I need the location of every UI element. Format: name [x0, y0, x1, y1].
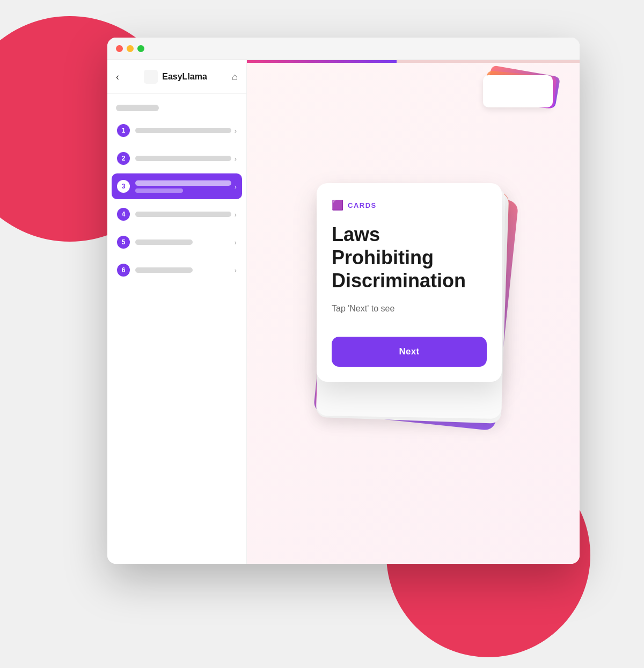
card-title-line3: Discrimination [332, 270, 466, 292]
cards-label: 🟪 CARDS [332, 199, 487, 211]
next-button[interactable]: Next [332, 337, 487, 367]
cards-label-text: CARDS [348, 201, 377, 209]
item-content-3 [135, 180, 231, 193]
back-button[interactable]: ‹ [116, 71, 119, 83]
chevron-2: › [235, 155, 237, 163]
sidebar-item-5[interactable]: 5 › [112, 229, 242, 255]
cards-stack: 🟪 CARDS Laws Prohibiting Discrimination … [317, 183, 510, 441]
sidebar-header: ‹ 🦙 EasyLlama ⌂ [107, 60, 246, 94]
browser-titlebar [107, 38, 580, 60]
logo-area: 🦙 EasyLlama [144, 70, 207, 84]
item-line-5a [135, 239, 193, 245]
item-line-3a [135, 180, 231, 186]
home-icon[interactable]: ⌂ [232, 71, 238, 83]
chevron-5: › [235, 238, 237, 246]
main-content: 🟪 CARDS Laws Prohibiting Discrimination … [247, 60, 580, 564]
item-content-2 [135, 156, 231, 161]
item-content-4 [135, 212, 231, 217]
browser-window: ‹ 🦙 EasyLlama ⌂ 1 [107, 38, 580, 564]
chevron-3: › [235, 183, 237, 191]
progress-bar-container [247, 60, 580, 63]
sidebar-items: 1 › 2 › 3 [107, 118, 246, 564]
sidebar-section-title [116, 105, 159, 111]
llama-icon: 🦙 [144, 70, 158, 84]
item-number-5: 5 [117, 236, 130, 249]
item-line-6a [135, 267, 193, 273]
card-subtitle: Tap 'Next' to see [332, 302, 487, 315]
item-line-2a [135, 156, 231, 161]
item-line-3b [135, 188, 183, 193]
item-number-3: 3 [117, 180, 130, 193]
chevron-1: › [235, 127, 237, 135]
card-title: Laws Prohibiting Discrimination [332, 223, 487, 293]
card-title-line2: Prohibiting [332, 246, 434, 268]
browser-content: ‹ 🦙 EasyLlama ⌂ 1 [107, 60, 580, 564]
traffic-light-yellow[interactable] [127, 45, 134, 52]
main-card: 🟪 CARDS Laws Prohibiting Discrimination … [317, 183, 502, 382]
sidebar-item-6[interactable]: 6 › [112, 257, 242, 283]
progress-bar-fill [247, 60, 397, 63]
traffic-light-red[interactable] [116, 45, 123, 52]
logo-text: EasyLlama [162, 72, 207, 82]
decorative-cards-top [483, 71, 558, 114]
item-content-5 [135, 239, 231, 245]
sidebar-item-2[interactable]: 2 › [112, 146, 242, 171]
item-content-1 [135, 128, 231, 133]
sidebar: ‹ 🦙 EasyLlama ⌂ 1 [107, 60, 247, 564]
item-number-1: 1 [117, 124, 130, 137]
cards-deck-icon: 🟪 [332, 199, 343, 211]
item-line-4a [135, 212, 231, 217]
card-title-line1: Laws [332, 223, 380, 245]
sidebar-item-1[interactable]: 1 › [112, 118, 242, 143]
sidebar-item-3[interactable]: 3 › [112, 173, 242, 199]
chevron-6: › [235, 266, 237, 274]
sidebar-item-4[interactable]: 4 › [112, 201, 242, 227]
item-content-6 [135, 267, 231, 273]
traffic-lights [116, 45, 144, 52]
item-number-2: 2 [117, 152, 130, 165]
item-number-4: 4 [117, 208, 130, 221]
item-number-6: 6 [117, 264, 130, 277]
svg-rect-0 [144, 70, 158, 84]
traffic-light-green[interactable] [137, 45, 144, 52]
item-line-1a [135, 128, 231, 133]
chevron-4: › [235, 210, 237, 219]
